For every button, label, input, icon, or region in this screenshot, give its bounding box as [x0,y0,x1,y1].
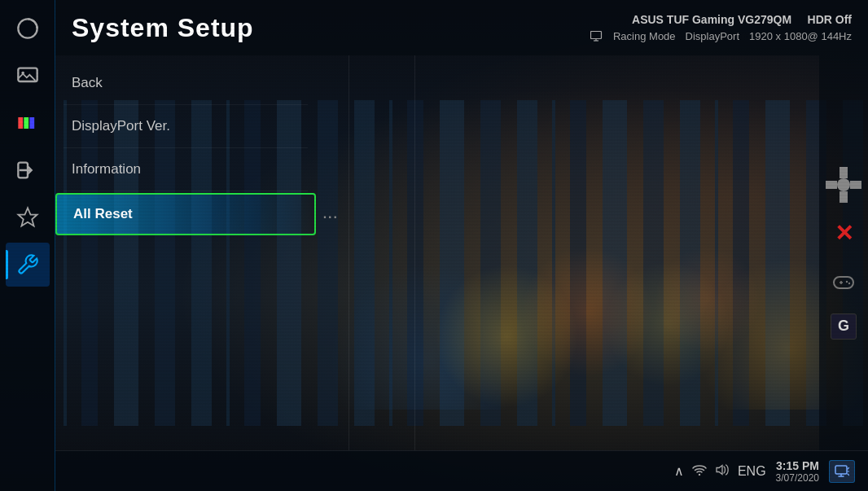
close-icon: ✕ [835,220,853,247]
dpad-icon [826,167,861,203]
svg-rect-3 [18,117,23,129]
header-device-info: ASUS TUF Gaming VG279QM HDR Off [590,11,852,28]
main-content: Back DisplayPort Ver. Information All Re… [55,55,819,450]
svg-rect-8 [590,32,601,39]
page-title: System Setup [72,13,254,43]
taskbar-caret-icon[interactable]: ∧ [674,463,684,479]
image-icon [16,64,39,87]
menu-separator-2 [64,147,308,148]
sidebar-item-system[interactable] [6,243,50,287]
svg-marker-7 [18,208,37,226]
taskbar-monitor-icon [835,465,849,478]
color-icon [16,112,39,134]
divider-2 [414,55,415,450]
svg-rect-9 [834,277,853,288]
input-icon [16,159,39,182]
taskbar: ∧ ENG 3:15 PM 3/07/2020 [55,450,868,491]
wrench-icon [16,253,39,276]
hdr-status: HDR Off [808,13,852,26]
display-port-label: DisplayPort [686,28,739,45]
resolution-label: 1920 x 1080@ 144Hz [749,28,852,45]
taskbar-icons: ∧ ENG [674,463,766,480]
g-badge-button[interactable]: G [831,313,857,340]
monitor-port-icon [590,31,603,42]
sidebar-item-input[interactable] [6,148,50,192]
taskbar-date-display: 3/07/2020 [776,472,819,484]
dpad-up [840,167,848,178]
gamepad-icon [831,274,857,292]
svg-rect-13 [835,466,847,474]
g-badge-icon: G [838,318,849,335]
taskbar-language[interactable]: ENG [738,464,766,479]
dpad-right [850,181,861,189]
sidebar-item-favorite[interactable] [6,195,50,239]
taskbar-volume-icon[interactable] [715,463,730,480]
menu-separator-3 [64,191,308,191]
gamepad-button[interactable] [826,265,861,300]
sidebar-item-color[interactable] [6,101,50,145]
menu-item-all-reset[interactable]: All Reset [55,193,316,235]
taskbar-notification-button[interactable] [829,460,855,483]
sidebar [0,0,55,491]
taskbar-clock: 3:15 PM 3/07/2020 [776,459,819,484]
taskbar-wifi-icon[interactable] [692,464,707,479]
header-sub-info: Racing Mode DisplayPort 1920 x 1080@ 144… [590,28,852,45]
header: System Setup ASUS TUF Gaming VG279QM HDR… [55,0,868,55]
menu-item-back-label: Back [72,75,103,90]
menu-separator-1 [64,104,308,105]
device-name: ASUS TUF Gaming VG279QM [632,13,791,26]
sidebar-item-image[interactable] [6,54,50,98]
dpad-down [840,191,848,203]
close-button[interactable]: ✕ [826,216,861,252]
sidebar-item-dashboard[interactable] [6,7,50,50]
svg-point-11 [848,282,850,283]
svg-rect-4 [24,117,28,129]
menu-panel: Back DisplayPort Ver. Information All Re… [55,55,316,450]
menu-item-information[interactable]: Information [55,150,316,189]
star-icon [16,206,39,229]
dpad-center [837,178,850,191]
svg-point-12 [699,473,700,475]
svg-rect-5 [29,117,34,129]
dashboard-icon [16,17,39,40]
svg-point-10 [846,280,848,282]
svg-point-2 [21,72,24,75]
menu-item-information-label: Information [72,161,141,177]
racing-mode-label: Racing Mode [613,28,676,45]
menu-item-displayport-label: DisplayPort Ver. [72,118,170,134]
divider-1 [349,55,349,450]
header-info: ASUS TUF Gaming VG279QM HDR Off Racing M… [590,11,852,45]
menu-item-displayport-ver[interactable]: DisplayPort Ver. [55,107,316,146]
menu-item-back[interactable]: Back [55,64,316,103]
right-controls: ✕ G [819,55,868,450]
taskbar-time-display: 3:15 PM [776,459,819,472]
dpad-control[interactable] [826,167,861,203]
menu-item-all-reset-label: All Reset [73,206,133,221]
dpad-left [826,181,837,189]
